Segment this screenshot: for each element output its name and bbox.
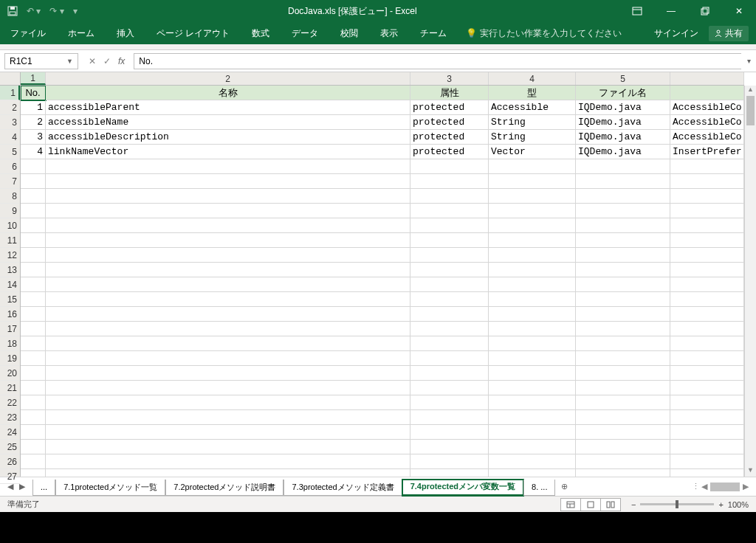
cell[interactable] — [670, 233, 744, 248]
cell[interactable] — [46, 204, 410, 218]
cell[interactable]: AccessibleCo — [670, 115, 744, 130]
cell[interactable] — [576, 263, 670, 277]
cell[interactable] — [670, 248, 744, 263]
column-header[interactable]: 2 — [46, 72, 410, 85]
cell[interactable] — [670, 159, 744, 174]
redo-icon[interactable]: ↷ ▾ — [49, 6, 63, 16]
cell[interactable] — [489, 366, 576, 381]
cell[interactable] — [21, 336, 46, 351]
cell[interactable] — [670, 351, 744, 366]
cell[interactable] — [46, 159, 410, 174]
save-icon[interactable] — [7, 6, 18, 16]
row-header[interactable]: 7 — [0, 174, 20, 189]
cell[interactable] — [670, 336, 744, 351]
cell[interactable] — [21, 189, 46, 204]
cell[interactable]: protected — [410, 100, 489, 115]
cell[interactable] — [489, 410, 576, 425]
cell[interactable] — [670, 381, 744, 395]
row-header[interactable]: 12 — [0, 248, 20, 263]
cell[interactable] — [489, 381, 576, 395]
cell[interactable] — [576, 322, 670, 336]
cell[interactable] — [21, 410, 46, 425]
sign-in-link[interactable]: サインイン — [654, 27, 698, 40]
cell[interactable]: linkNameVector — [46, 145, 410, 159]
cell[interactable] — [21, 440, 46, 454]
cell[interactable] — [576, 307, 670, 322]
cell[interactable] — [46, 381, 410, 395]
cell[interactable] — [670, 307, 744, 322]
chevron-down-icon[interactable]: ▼ — [66, 58, 73, 65]
cell[interactable] — [46, 277, 410, 292]
cell[interactable] — [46, 174, 410, 189]
cell[interactable] — [670, 469, 744, 477]
horizontal-scrollbar-thumb[interactable] — [710, 483, 740, 491]
cell[interactable]: 1 — [21, 100, 46, 115]
cell[interactable]: 属性 — [410, 86, 489, 100]
scrollbar-thumb[interactable] — [746, 96, 755, 125]
row-header[interactable]: 26 — [0, 454, 20, 469]
row-header[interactable]: 14 — [0, 277, 20, 292]
cell[interactable]: 型 — [489, 86, 576, 100]
tab-split-handle[interactable]: ⋮ — [692, 482, 700, 491]
row-header[interactable]: 8 — [0, 189, 20, 204]
cell[interactable] — [489, 174, 576, 189]
cell[interactable] — [670, 263, 744, 277]
cell[interactable]: 2 — [21, 115, 46, 130]
cell[interactable] — [410, 395, 489, 410]
cell[interactable] — [670, 425, 744, 440]
cell[interactable]: IQDemo.java — [576, 100, 670, 115]
cell[interactable] — [670, 440, 744, 454]
zoom-slider[interactable] — [640, 503, 714, 505]
cell[interactable] — [410, 263, 489, 277]
cell[interactable]: ファイル名 — [576, 86, 670, 100]
cell[interactable] — [489, 336, 576, 351]
name-box[interactable]: R1C1 ▼ — [4, 53, 78, 69]
cell[interactable] — [410, 233, 489, 248]
cell[interactable] — [21, 351, 46, 366]
cell[interactable] — [21, 233, 46, 248]
cell[interactable] — [670, 454, 744, 469]
cell[interactable] — [46, 189, 410, 204]
cell[interactable] — [489, 292, 576, 307]
hscroll-right-icon[interactable]: ▶ — [743, 482, 749, 491]
cell[interactable]: IQDemo.java — [576, 130, 670, 145]
share-button[interactable]: 共有 — [709, 26, 749, 41]
sheet-tab[interactable]: 7.1protectedメソッド一覧 — [55, 480, 165, 496]
cell[interactable]: 名称 — [46, 86, 410, 100]
row-header[interactable]: 18 — [0, 336, 20, 351]
cell[interactable]: AccessibleCo — [670, 100, 744, 115]
scroll-up-icon[interactable]: ▲ — [745, 86, 756, 96]
row-header[interactable]: 13 — [0, 263, 20, 277]
row-header[interactable]: 3 — [0, 115, 20, 130]
tab-team[interactable]: チーム — [417, 27, 450, 40]
tab-review[interactable]: 校閲 — [337, 27, 361, 40]
cell[interactable] — [489, 204, 576, 218]
column-header[interactable]: 1 — [21, 72, 46, 85]
cell[interactable] — [489, 395, 576, 410]
cell[interactable] — [46, 469, 410, 477]
enter-formula-icon[interactable]: ✓ — [103, 56, 111, 66]
sheet-tab-more[interactable]: ... — [32, 480, 55, 496]
row-header[interactable]: 10 — [0, 218, 20, 233]
cell[interactable]: protected — [410, 130, 489, 145]
column-header[interactable]: 5 — [576, 72, 670, 85]
cancel-formula-icon[interactable]: ✕ — [89, 56, 96, 66]
column-header[interactable]: 4 — [489, 72, 576, 85]
cell[interactable] — [21, 277, 46, 292]
scroll-down-icon[interactable]: ▼ — [745, 466, 756, 477]
cell[interactable] — [489, 159, 576, 174]
cell[interactable] — [489, 322, 576, 336]
cell[interactable] — [489, 277, 576, 292]
cell[interactable] — [670, 292, 744, 307]
cell[interactable] — [489, 307, 576, 322]
cell[interactable] — [21, 248, 46, 263]
cell[interactable] — [410, 248, 489, 263]
cell[interactable] — [410, 469, 489, 477]
cell[interactable] — [670, 277, 744, 292]
cell[interactable] — [21, 204, 46, 218]
row-header[interactable]: 22 — [0, 395, 20, 410]
tab-home[interactable]: ホーム — [65, 27, 97, 40]
cell[interactable] — [46, 366, 410, 381]
cell[interactable] — [576, 292, 670, 307]
cell[interactable] — [410, 322, 489, 336]
